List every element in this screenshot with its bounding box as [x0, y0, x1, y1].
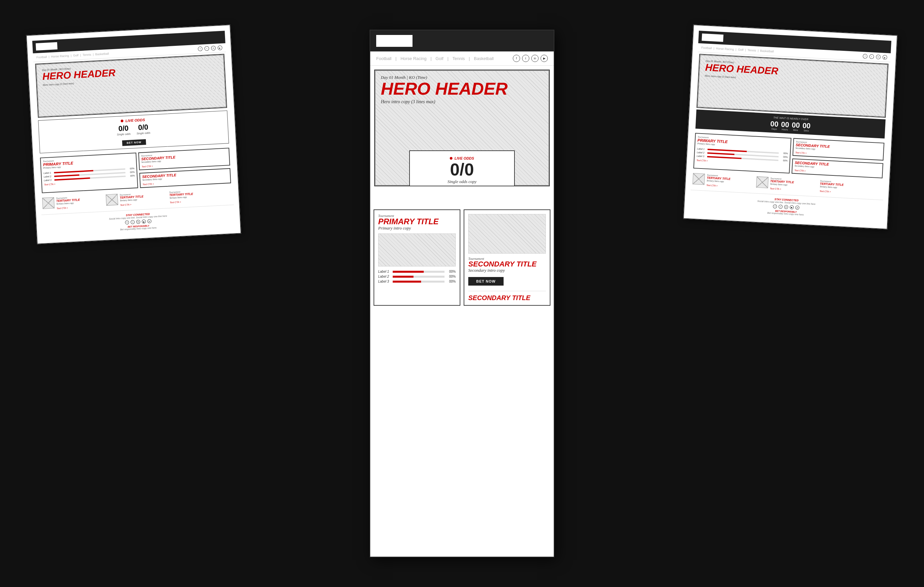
nav-golf[interactable]: Golf: [73, 53, 79, 57]
right-tert-1: Tournament TERTIARY TITLE Tertiary Intro…: [692, 173, 755, 189]
center-odds-copy: Single odds copy: [416, 179, 508, 184]
right-tert-img-1: [693, 173, 705, 185]
center-prog-label-3: Label 3: [378, 280, 391, 283]
right-in-icon[interactable]: in: [876, 54, 881, 59]
right-tert-cta-2[interactable]: Text CTA >: [770, 187, 794, 191]
nav-sep3: |: [80, 53, 81, 57]
right-footer-yt-icon[interactable]: ▶: [790, 205, 794, 209]
right-tert-cta-1[interactable]: Text CTA >: [706, 184, 730, 187]
left-tert-img-2: [106, 194, 118, 206]
center-nav-horse[interactable]: Horse Racing: [401, 56, 427, 61]
right-prog-label-1: Label 1: [697, 147, 706, 150]
center-tw-icon[interactable]: t: [522, 55, 529, 62]
right-prog-pct-3: 00%: [780, 159, 787, 162]
left-prog-label-1: Label 1: [44, 171, 52, 174]
left-tert-cta-2[interactable]: Text CTA >: [120, 203, 144, 206]
center-hero-section: Day 01 Month | KO (Time) HERO HEADER Her…: [374, 69, 550, 186]
left-social-icons: f t in ▶: [198, 46, 223, 51]
footer-pin-icon[interactable]: p: [147, 219, 152, 224]
right-yt-icon[interactable]: ▶: [883, 55, 888, 60]
center-progress-1: Label 1 00%: [378, 270, 456, 273]
center-page: Football | Horse Racing | Golf | Tennis …: [370, 30, 554, 557]
right-nav-sep4: |: [758, 49, 759, 53]
center-nav-basketball[interactable]: Basketball: [474, 56, 494, 61]
left-odds-1: 0/0 Single odds: [117, 124, 131, 136]
odds-label-2: Single odds: [137, 131, 150, 135]
left-tert-cta-3[interactable]: Text CTA >: [170, 200, 193, 204]
center-nav-golf[interactable]: Golf: [436, 56, 444, 61]
left-tert-cta-1[interactable]: Text CTA >: [56, 206, 80, 210]
countdown-secs-num: 00: [802, 122, 811, 130]
center-bottom-cols: Tournament PRIMARY TITLE Primary intro c…: [370, 206, 554, 309]
left-page: Football | Horse Racing | Golf | Tennis …: [26, 25, 241, 244]
left-odds-box: LIVE ODDS 0/0 Single odds 0/0 Single odd…: [38, 110, 229, 153]
left-bet-button[interactable]: BET NOW: [122, 139, 147, 146]
center-fb-icon[interactable]: f: [513, 55, 520, 62]
odds-label-1: Single odds: [117, 132, 131, 136]
center-nav-football[interactable]: Football: [376, 56, 391, 61]
center-sec-bottom: SECONDARY TITLE: [468, 291, 546, 301]
left-prog-pct-1: 00%: [127, 167, 134, 170]
right-nav-golf[interactable]: Golf: [738, 48, 744, 51]
center-primary-card: Tournament PRIMARY TITLE Primary intro c…: [374, 209, 460, 306]
countdown-days-num: 00: [770, 120, 779, 128]
center-nav-sep2: |: [430, 56, 431, 61]
left-prog-pct-2: 00%: [127, 171, 135, 173]
center-prog-fill-1: [393, 271, 424, 273]
center-live-dot-icon: [450, 157, 452, 159]
nav-football[interactable]: Football: [36, 55, 47, 59]
center-in-icon[interactable]: in: [531, 55, 539, 62]
right-footer-fb-icon[interactable]: f: [773, 204, 777, 209]
center-sec-title-2: SECONDARY TITLE: [468, 294, 546, 301]
footer-tw-icon[interactable]: t: [131, 220, 135, 224]
right-tert-3: Tournament TERTIARY TITLE Tertiary Intro…: [819, 180, 882, 196]
right-tert-2: Tournament TERTIARY TITLE Tertiary Intro…: [756, 176, 819, 192]
right-prog-label-2: Label 2: [696, 151, 705, 154]
instagram-icon[interactable]: in: [211, 46, 216, 51]
right-nav-basketball[interactable]: Basketball: [760, 49, 774, 53]
center-nav-tennis[interactable]: Tennis: [452, 56, 465, 61]
center-header: [370, 30, 554, 51]
right-prog-label-3: Label 3: [696, 155, 705, 157]
right-tert-text-1: Tournament TERTIARY TITLE Tertiary Intro…: [706, 174, 731, 187]
left-sec-card-1: Tournament SECONDARY TITLE Secondary Int…: [138, 148, 230, 170]
right-fb-icon[interactable]: f: [863, 54, 868, 59]
left-sec-card-2: SECONDARY TITLE Secondary Intro copy Tex…: [139, 168, 231, 188]
center-yt-icon[interactable]: ▶: [541, 55, 548, 62]
right-footer-pin-icon[interactable]: p: [795, 206, 800, 210]
right-page: Football | Horse Racing | Golf | Tennis …: [683, 25, 898, 230]
twitter-icon[interactable]: t: [204, 46, 209, 51]
center-nav-sep4: |: [469, 56, 470, 61]
center-prog-pct-3: 00%: [447, 280, 456, 283]
center-primary-image: [378, 233, 456, 266]
right-secondary-card: Tournament SECONDARY TITLE Secondary Int…: [792, 138, 884, 178]
footer-fb-icon[interactable]: f: [125, 220, 129, 225]
center-prog-label-2: Label 2: [378, 275, 391, 278]
nav-sep2: |: [71, 54, 72, 58]
center-hero-content: Day 01 Month | KO (Time) HERO HEADER Her…: [381, 75, 543, 105]
odds-num-2: 0/0: [136, 123, 150, 132]
right-nav-football[interactable]: Football: [701, 46, 712, 50]
right-prog-pct-2: 00%: [780, 156, 788, 158]
footer-yt-icon[interactable]: ▶: [142, 219, 146, 224]
footer-in-icon[interactable]: in: [136, 220, 140, 224]
youtube-icon[interactable]: ▶: [218, 46, 223, 51]
nav-basketball[interactable]: Basketball: [95, 52, 109, 56]
right-footer-tw-icon[interactable]: t: [779, 204, 783, 209]
left-prog-label-3: Label 3: [44, 179, 53, 181]
left-prog-fill-3: [54, 178, 90, 181]
left-tert-img-1: [42, 197, 55, 209]
nav-tennis[interactable]: Tennis: [82, 53, 91, 56]
nav-horse[interactable]: Horse Racing: [51, 54, 69, 58]
right-footer-in-icon[interactable]: in: [784, 205, 789, 209]
center-progress-2: Label 2 00%: [378, 275, 456, 278]
center-secondary-card: Tournament SECONDARY TITLE Secondary int…: [464, 209, 550, 306]
right-nav-tennis[interactable]: Tennis: [747, 48, 756, 52]
facebook-icon[interactable]: f: [198, 46, 203, 51]
center-sec-title: SECONDARY TITLE: [468, 260, 546, 268]
right-tw-icon[interactable]: t: [869, 54, 874, 59]
right-tert-cta-3[interactable]: Text CTA >: [819, 190, 843, 194]
center-sec-bet-button[interactable]: BET NOW: [468, 277, 503, 286]
right-nav-horse[interactable]: Horse Racing: [716, 47, 734, 51]
countdown-mins-num: 00: [792, 122, 800, 129]
